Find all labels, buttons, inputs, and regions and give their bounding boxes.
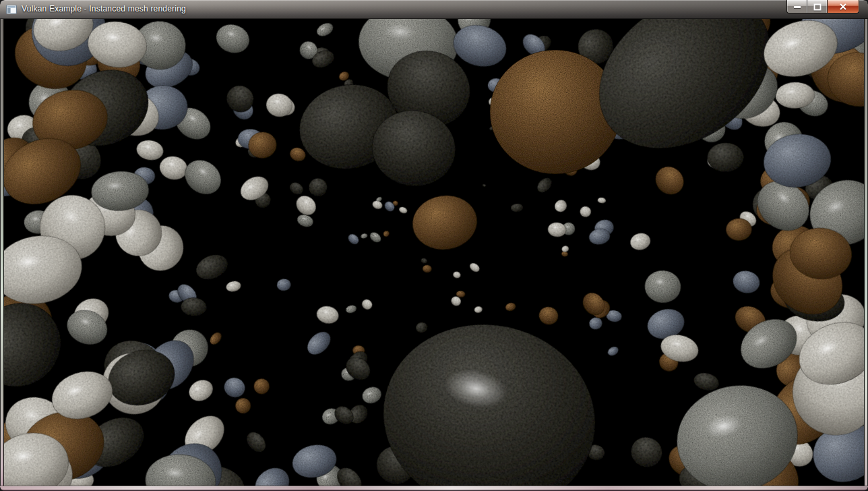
minimize-icon: [793, 2, 802, 11]
rendered-scene: [4, 19, 864, 486]
window-title: Vulkan Example - Instanced mesh renderin…: [22, 0, 186, 19]
application-icon[interactable]: [6, 4, 17, 15]
maximize-button[interactable]: [807, 0, 828, 13]
render-viewport[interactable]: [4, 19, 864, 486]
window-controls: [786, 0, 859, 13]
maximize-icon: [813, 2, 822, 11]
application-icon-glyph: [6, 4, 17, 15]
app-window: Vulkan Example - Instanced mesh renderin…: [0, 0, 868, 491]
window-frame-bottom: [0, 486, 868, 491]
close-icon: [838, 2, 848, 11]
title-bar[interactable]: Vulkan Example - Instanced mesh renderin…: [0, 0, 868, 19]
minimize-button[interactable]: [786, 0, 807, 13]
close-button[interactable]: [828, 0, 859, 13]
window-frame-right: [864, 19, 868, 486]
